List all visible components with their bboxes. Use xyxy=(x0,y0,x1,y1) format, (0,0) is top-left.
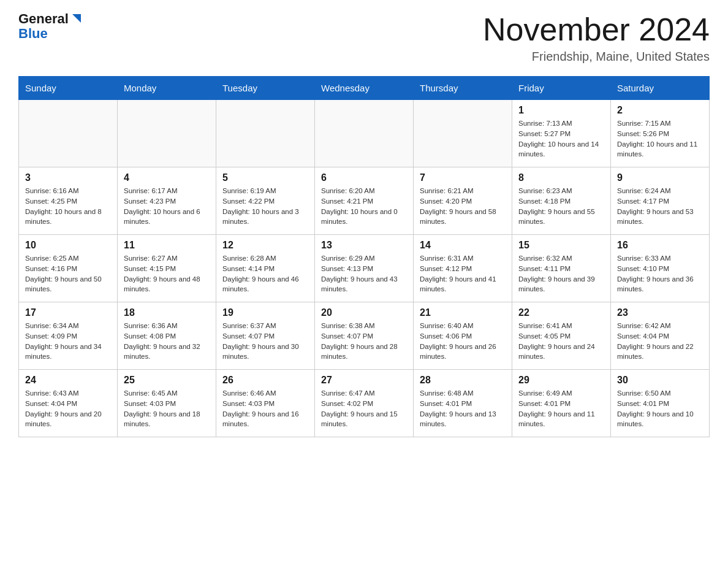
day-number: 24 xyxy=(25,375,111,386)
calendar-cell: 12Sunrise: 6:28 AMSunset: 4:14 PMDayligh… xyxy=(216,235,315,302)
calendar-cell: 26Sunrise: 6:46 AMSunset: 4:03 PMDayligh… xyxy=(216,370,315,437)
calendar-cell: 23Sunrise: 6:42 AMSunset: 4:04 PMDayligh… xyxy=(611,302,710,370)
calendar-header-row: SundayMondayTuesdayWednesdayThursdayFrid… xyxy=(19,77,710,100)
calendar-cell: 6Sunrise: 6:20 AMSunset: 4:21 PMDaylight… xyxy=(315,167,414,235)
calendar-cell: 5Sunrise: 6:19 AMSunset: 4:22 PMDaylight… xyxy=(216,167,315,235)
day-number: 3 xyxy=(25,172,111,183)
calendar-cell: 22Sunrise: 6:41 AMSunset: 4:05 PMDayligh… xyxy=(512,302,611,370)
week-row: 1Sunrise: 7:13 AMSunset: 5:27 PMDaylight… xyxy=(19,100,710,167)
logo: General Blue xyxy=(18,12,83,42)
day-number: 6 xyxy=(321,172,407,183)
calendar-cell: 20Sunrise: 6:38 AMSunset: 4:07 PMDayligh… xyxy=(315,302,414,370)
day-info: Sunrise: 6:45 AMSunset: 4:03 PMDaylight:… xyxy=(124,388,210,429)
calendar-cell: 13Sunrise: 6:29 AMSunset: 4:13 PMDayligh… xyxy=(315,235,414,302)
day-number: 23 xyxy=(617,307,703,318)
calendar-cell: 30Sunrise: 6:50 AMSunset: 4:01 PMDayligh… xyxy=(611,370,710,437)
calendar-cell: 2Sunrise: 7:15 AMSunset: 5:26 PMDaylight… xyxy=(611,100,710,167)
day-info: Sunrise: 6:50 AMSunset: 4:01 PMDaylight:… xyxy=(617,388,703,429)
day-info: Sunrise: 6:49 AMSunset: 4:01 PMDaylight:… xyxy=(518,388,604,429)
logo-general-text: General xyxy=(18,12,69,26)
calendar-cell: 21Sunrise: 6:40 AMSunset: 4:06 PMDayligh… xyxy=(414,302,512,370)
day-info: Sunrise: 6:21 AMSunset: 4:20 PMDaylight:… xyxy=(420,186,506,227)
day-info: Sunrise: 6:20 AMSunset: 4:21 PMDaylight:… xyxy=(321,186,407,227)
day-info: Sunrise: 6:41 AMSunset: 4:05 PMDaylight:… xyxy=(518,321,604,362)
day-number: 5 xyxy=(222,172,308,183)
day-number: 13 xyxy=(321,240,407,251)
day-number: 17 xyxy=(25,307,111,318)
calendar-cell xyxy=(19,100,118,167)
day-info: Sunrise: 6:43 AMSunset: 4:04 PMDaylight:… xyxy=(25,388,111,429)
day-info: Sunrise: 6:17 AMSunset: 4:23 PMDaylight:… xyxy=(124,186,210,227)
day-info: Sunrise: 6:40 AMSunset: 4:06 PMDaylight:… xyxy=(420,321,506,362)
day-number: 4 xyxy=(124,172,210,183)
day-number: 10 xyxy=(25,240,111,251)
calendar-cell: 17Sunrise: 6:34 AMSunset: 4:09 PMDayligh… xyxy=(19,302,118,370)
day-info: Sunrise: 7:13 AMSunset: 5:27 PMDaylight:… xyxy=(518,118,604,159)
title-block: November 2024 Friendship, Maine, United … xyxy=(483,12,710,64)
logo-blue-text: Blue xyxy=(18,26,48,42)
day-info: Sunrise: 6:19 AMSunset: 4:22 PMDaylight:… xyxy=(222,186,308,227)
day-info: Sunrise: 7:15 AMSunset: 5:26 PMDaylight:… xyxy=(617,118,703,159)
calendar-cell xyxy=(315,100,414,167)
day-number: 11 xyxy=(124,240,210,251)
calendar-cell: 8Sunrise: 6:23 AMSunset: 4:18 PMDaylight… xyxy=(512,167,611,235)
week-row: 17Sunrise: 6:34 AMSunset: 4:09 PMDayligh… xyxy=(19,302,710,370)
day-of-week-header: Sunday xyxy=(19,77,118,100)
calendar-cell: 3Sunrise: 6:16 AMSunset: 4:25 PMDaylight… xyxy=(19,167,118,235)
logo-triangle-icon xyxy=(70,12,83,25)
day-number: 30 xyxy=(617,375,703,386)
day-info: Sunrise: 6:25 AMSunset: 4:16 PMDaylight:… xyxy=(25,253,111,294)
day-number: 21 xyxy=(420,307,506,318)
day-number: 12 xyxy=(222,240,308,251)
day-info: Sunrise: 6:29 AMSunset: 4:13 PMDaylight:… xyxy=(321,253,407,294)
calendar-cell: 11Sunrise: 6:27 AMSunset: 4:15 PMDayligh… xyxy=(118,235,216,302)
day-info: Sunrise: 6:31 AMSunset: 4:12 PMDaylight:… xyxy=(420,253,506,294)
day-number: 2 xyxy=(617,105,703,116)
svg-marker-0 xyxy=(72,14,81,23)
week-row: 3Sunrise: 6:16 AMSunset: 4:25 PMDaylight… xyxy=(19,167,710,235)
day-number: 26 xyxy=(222,375,308,386)
location-text: Friendship, Maine, United States xyxy=(483,50,710,64)
calendar-cell: 4Sunrise: 6:17 AMSunset: 4:23 PMDaylight… xyxy=(118,167,216,235)
day-number: 29 xyxy=(518,375,604,386)
calendar-cell: 9Sunrise: 6:24 AMSunset: 4:17 PMDaylight… xyxy=(611,167,710,235)
day-info: Sunrise: 6:48 AMSunset: 4:01 PMDaylight:… xyxy=(420,388,506,429)
calendar-table: SundayMondayTuesdayWednesdayThursdayFrid… xyxy=(18,76,710,437)
day-of-week-header: Wednesday xyxy=(315,77,414,100)
day-number: 7 xyxy=(420,172,506,183)
calendar-cell: 28Sunrise: 6:48 AMSunset: 4:01 PMDayligh… xyxy=(414,370,512,437)
day-of-week-header: Saturday xyxy=(611,77,710,100)
day-info: Sunrise: 6:27 AMSunset: 4:15 PMDaylight:… xyxy=(124,253,210,294)
calendar-cell: 24Sunrise: 6:43 AMSunset: 4:04 PMDayligh… xyxy=(19,370,118,437)
day-number: 16 xyxy=(617,240,703,251)
calendar-cell: 15Sunrise: 6:32 AMSunset: 4:11 PMDayligh… xyxy=(512,235,611,302)
day-info: Sunrise: 6:36 AMSunset: 4:08 PMDaylight:… xyxy=(124,321,210,362)
day-info: Sunrise: 6:23 AMSunset: 4:18 PMDaylight:… xyxy=(518,186,604,227)
calendar-cell: 18Sunrise: 6:36 AMSunset: 4:08 PMDayligh… xyxy=(118,302,216,370)
day-number: 9 xyxy=(617,172,703,183)
week-row: 10Sunrise: 6:25 AMSunset: 4:16 PMDayligh… xyxy=(19,235,710,302)
day-number: 25 xyxy=(124,375,210,386)
calendar-cell: 7Sunrise: 6:21 AMSunset: 4:20 PMDaylight… xyxy=(414,167,512,235)
day-number: 28 xyxy=(420,375,506,386)
day-number: 8 xyxy=(518,172,604,183)
week-row: 24Sunrise: 6:43 AMSunset: 4:04 PMDayligh… xyxy=(19,370,710,437)
day-of-week-header: Monday xyxy=(118,77,216,100)
day-number: 14 xyxy=(420,240,506,251)
day-info: Sunrise: 6:32 AMSunset: 4:11 PMDaylight:… xyxy=(518,253,604,294)
day-info: Sunrise: 6:16 AMSunset: 4:25 PMDaylight:… xyxy=(25,186,111,227)
day-info: Sunrise: 6:38 AMSunset: 4:07 PMDaylight:… xyxy=(321,321,407,362)
calendar-cell xyxy=(414,100,512,167)
day-number: 20 xyxy=(321,307,407,318)
day-of-week-header: Thursday xyxy=(414,77,512,100)
day-of-week-header: Friday xyxy=(512,77,611,100)
calendar-cell: 14Sunrise: 6:31 AMSunset: 4:12 PMDayligh… xyxy=(414,235,512,302)
day-number: 27 xyxy=(321,375,407,386)
day-info: Sunrise: 6:34 AMSunset: 4:09 PMDaylight:… xyxy=(25,321,111,362)
day-number: 1 xyxy=(518,105,604,116)
calendar-cell xyxy=(216,100,315,167)
day-number: 22 xyxy=(518,307,604,318)
calendar-cell: 16Sunrise: 6:33 AMSunset: 4:10 PMDayligh… xyxy=(611,235,710,302)
day-of-week-header: Tuesday xyxy=(216,77,315,100)
month-title: November 2024 xyxy=(483,12,710,47)
